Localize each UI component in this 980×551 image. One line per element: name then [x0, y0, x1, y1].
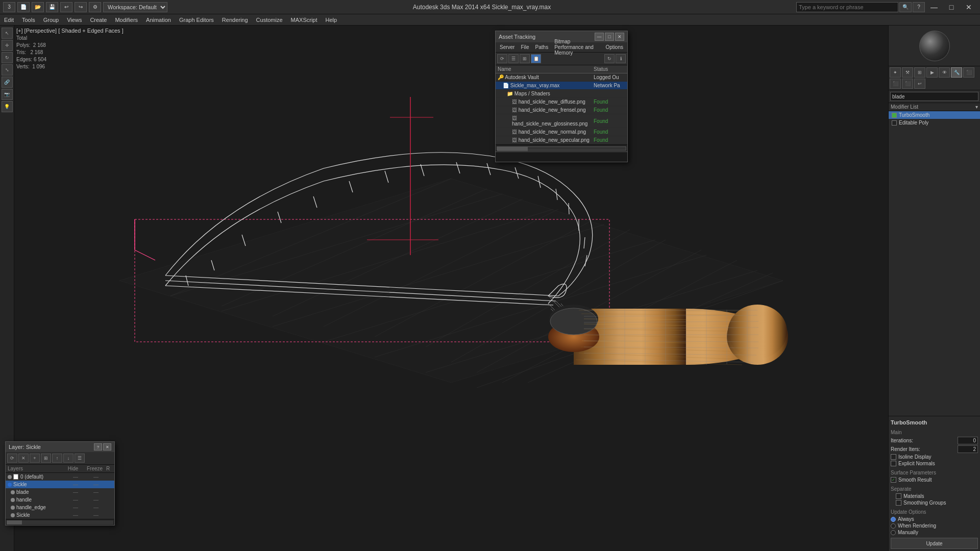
display-btn[interactable]: 👁	[939, 67, 950, 78]
at-menu-server[interactable]: Server	[497, 43, 518, 51]
move-tool[interactable]: ✛	[2, 40, 13, 51]
isoline-checkbox[interactable]	[891, 454, 896, 460]
at-menu-options[interactable]: Options	[603, 43, 626, 51]
layer-default[interactable]: 0 (default) — —	[6, 473, 114, 481]
camera-tool[interactable]: 📷	[2, 89, 13, 100]
link-tool[interactable]: 🔗	[2, 77, 13, 88]
lp-scrollbar[interactable]	[6, 519, 114, 525]
always-radio[interactable]	[891, 517, 896, 522]
modifier-search-input[interactable]	[890, 92, 978, 101]
menu-views[interactable]: Views	[63, 14, 86, 26]
save-btn[interactable]: 💾	[46, 2, 58, 12]
lp-close-btn[interactable]: ✕	[103, 443, 111, 450]
at-tool4[interactable]: 📋	[531, 54, 541, 63]
minimize-btn[interactable]: —	[926, 0, 942, 14]
asset-tracking-window: Asset Tracking — □ ✕ Server File Paths B…	[495, 31, 628, 162]
lp-tool2[interactable]: ✕	[18, 454, 29, 463]
motion-btn[interactable]: ▶	[926, 67, 938, 78]
modifier-turbosmooth[interactable]: TurboSmooth	[889, 111, 980, 119]
at-tool-refresh[interactable]: ↻	[604, 54, 615, 63]
layer-blade[interactable]: blade — —	[6, 488, 114, 496]
at-close-btn[interactable]: ✕	[615, 33, 624, 41]
lp-help-btn[interactable]: ?	[94, 443, 102, 450]
lp-tool4[interactable]: ↑	[52, 454, 62, 463]
menu-animation[interactable]: Animation	[142, 14, 175, 26]
update-button[interactable]: Update	[891, 538, 978, 549]
utilities-btn[interactable]: 🔧	[951, 67, 962, 78]
smoothing-checkbox[interactable]	[896, 500, 901, 506]
layer-handle-edge[interactable]: handle_edge — —	[6, 504, 114, 511]
menu-rendering[interactable]: Rendering	[218, 14, 252, 26]
menu-group[interactable]: Group	[39, 14, 63, 26]
lp-tool3[interactable]: ⊞	[41, 454, 51, 463]
render-setup-btn[interactable]: ⚙	[89, 2, 101, 12]
viewport[interactable]: [+] [Perspective] [ Shaded + Edged Faces…	[14, 26, 888, 551]
close-btn[interactable]: ✕	[961, 0, 977, 14]
hierarchy-btn[interactable]: ⊞	[914, 67, 925, 78]
menu-modifiers[interactable]: Modifiers	[111, 14, 142, 26]
at-row-vault[interactable]: 🔑 Autodesk Vault Logged Ou	[496, 73, 627, 82]
layer-sickle[interactable]: Sickle — —	[6, 481, 114, 488]
app-logo[interactable]: 3	[3, 2, 15, 12]
at-row-normal[interactable]: 🖼 hand_sickle_new_normal.png Found	[496, 128, 627, 136]
at-row-sickle[interactable]: 📄 Sickle_max_vray.max Network Pa	[496, 82, 627, 90]
modifier-list-arrow[interactable]: ▾	[975, 104, 978, 110]
help-search-btn[interactable]: ?	[913, 2, 925, 12]
menu-help[interactable]: Help	[322, 14, 341, 26]
materials-checkbox[interactable]	[896, 493, 901, 499]
at-row-diffuse[interactable]: 🖼 hand_sickle_new_diffuse.png Found	[496, 98, 627, 106]
search-input[interactable]	[796, 2, 898, 12]
lp-tool-add[interactable]: +	[30, 454, 40, 463]
new-btn[interactable]: 📄	[17, 2, 30, 12]
iterations-input[interactable]	[958, 437, 978, 444]
modify-panel-btn[interactable]: ⚒	[902, 67, 913, 78]
light-tool[interactable]: 💡	[2, 101, 13, 112]
at-scrollbar[interactable]	[496, 144, 627, 152]
lp-tool1[interactable]: ⟳	[7, 454, 17, 463]
undo-btn[interactable]: ↩	[60, 2, 72, 12]
at-menu-paths[interactable]: Paths	[532, 43, 552, 51]
rotate-tool[interactable]: ↻	[2, 52, 13, 63]
smooth-result-checkbox[interactable]	[891, 477, 896, 483]
scale-tool[interactable]: ⤡	[2, 64, 13, 76]
search-btn[interactable]: 🔍	[899, 2, 912, 12]
at-tool2[interactable]: ☰	[508, 54, 519, 63]
open-btn[interactable]: 📂	[32, 2, 44, 12]
workspace-select[interactable]: Workspace: Default	[103, 2, 167, 12]
at-row-specular[interactable]: 🖼 hand_sickle_new_specular.png Found	[496, 136, 627, 144]
at-row-glossiness[interactable]: 🖼 hand_sickle_new_glossiness.png Found	[496, 114, 627, 128]
lp-tool6[interactable]: ☰	[75, 454, 85, 463]
layer-handle[interactable]: handle — —	[6, 496, 114, 504]
create-panel-btn[interactable]: ✦	[890, 67, 901, 78]
menu-tools[interactable]: Tools	[18, 14, 39, 26]
turbosmooth-checkbox[interactable]	[892, 113, 897, 118]
at-tool1[interactable]: ⟳	[497, 54, 507, 63]
extra1-btn[interactable]: ⬛	[963, 67, 974, 78]
at-tool-info[interactable]: ℹ	[616, 54, 626, 63]
explicit-checkbox[interactable]	[891, 461, 896, 466]
editablepoly-checkbox[interactable]	[892, 120, 897, 126]
at-menu-file[interactable]: File	[518, 43, 532, 51]
menu-create[interactable]: Create	[86, 14, 111, 26]
redo-btn[interactable]: ↪	[75, 2, 87, 12]
extra4-btn[interactable]: ↩	[914, 79, 925, 89]
extra3-btn[interactable]: ⬛	[902, 79, 913, 89]
manually-radio[interactable]	[891, 530, 896, 535]
layer-sickle-obj[interactable]: Sickle — —	[6, 511, 114, 519]
menu-maxscript[interactable]: MAXScript	[287, 14, 322, 26]
menu-customize[interactable]: Customize	[252, 14, 287, 26]
modifier-editable-poly[interactable]: Editable Poly	[889, 119, 980, 127]
menu-edit[interactable]: Edit	[0, 14, 18, 26]
menu-graph-editors[interactable]: Graph Editors	[175, 14, 218, 26]
at-path-input[interactable]	[496, 152, 627, 162]
select-tool[interactable]: ↖	[2, 28, 13, 39]
at-row-frensel[interactable]: 🖼 hand_sickle_new_frensel.png Found	[496, 106, 627, 114]
maximize-btn[interactable]: □	[943, 0, 960, 14]
when-rendering-radio[interactable]	[891, 523, 896, 529]
at-tool3[interactable]: ⊞	[520, 54, 530, 63]
at-row-maps[interactable]: 📁 Maps / Shaders	[496, 90, 627, 98]
extra2-btn[interactable]: ⬛	[890, 79, 901, 89]
render-iters-input[interactable]	[958, 445, 978, 453]
at-maximize-btn[interactable]: □	[605, 33, 614, 41]
lp-tool5[interactable]: ↓	[63, 454, 74, 463]
